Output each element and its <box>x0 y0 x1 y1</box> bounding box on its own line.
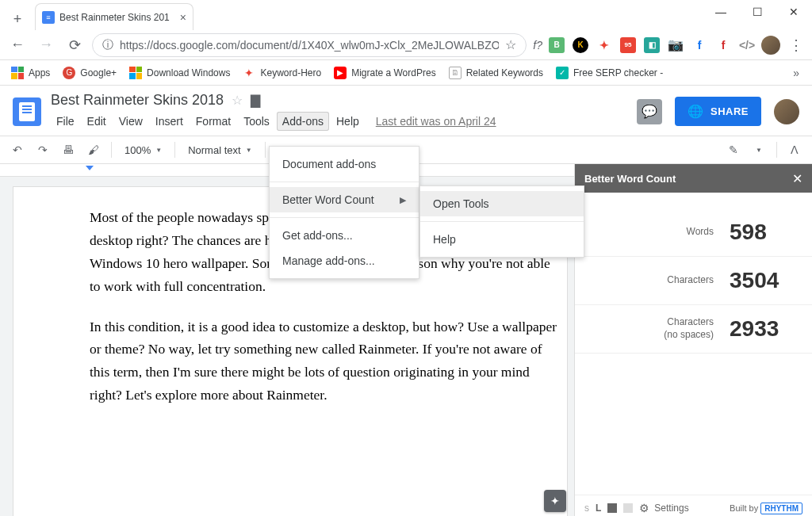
indent-marker-icon[interactable] <box>86 166 94 170</box>
font-query-icon[interactable]: f? <box>533 39 542 52</box>
extension-icon[interactable]: ◧ <box>644 37 660 53</box>
menu-item-label: Better Word Count <box>282 193 374 206</box>
zoom-dropdown[interactable]: 100% ▼ <box>118 144 168 156</box>
profile-avatar[interactable] <box>761 36 780 55</box>
bookmark-item[interactable]: ✦ Keyword-Hero <box>238 63 326 82</box>
address-bar[interactable]: ⓘ https://docs.google.com/document/d/1X4… <box>92 33 527 57</box>
close-window-button[interactable]: ✕ <box>776 0 812 24</box>
apps-bookmark[interactable]: Apps <box>6 63 55 82</box>
paint-format-button[interactable]: 🖌 <box>82 139 105 161</box>
back-button[interactable]: ← <box>6 34 29 56</box>
settings-label: Settings <box>654 503 688 514</box>
rhythm-link[interactable]: RHYTHM <box>760 503 802 514</box>
menu-item-document-addons[interactable]: Document add-ons <box>270 151 419 177</box>
stat-row-characters-no-spaces: Characters(no spaces) 2933 <box>575 305 812 354</box>
reload-button[interactable]: ⟳ <box>63 34 86 56</box>
site-info-icon[interactable]: ⓘ <box>102 38 113 52</box>
extension-icon[interactable]: ✦ <box>596 37 612 53</box>
addon-panel: Better Word Count ✕ Words 598 Characters… <box>574 164 812 516</box>
docs-home-icon[interactable] <box>13 97 41 126</box>
explore-button[interactable]: ✦ <box>544 490 566 512</box>
bookmarks-overflow[interactable]: » <box>787 67 806 79</box>
omnibox-row: ← → ⟳ ⓘ https://docs.google.com/document… <box>0 30 812 60</box>
bookmark-item[interactable]: G Google+ <box>58 63 121 82</box>
menu-item-get-addons[interactable]: Get add-ons... <box>270 223 419 248</box>
menu-item-manage-addons[interactable]: Manage add-ons... <box>270 248 419 273</box>
browser-menu-button[interactable]: ⋮ <box>787 36 806 54</box>
extension-icon[interactable]: B <box>549 37 565 53</box>
bookmark-star-icon[interactable]: ☆ <box>505 37 516 52</box>
extension-icon[interactable]: K <box>573 37 588 53</box>
apps-icon <box>11 67 24 79</box>
menu-format[interactable]: Format <box>190 112 236 131</box>
menu-separator <box>270 217 419 218</box>
menu-file[interactable]: File <box>51 112 80 131</box>
bookmark-item[interactable]: ✓ Free SERP checker - <box>551 63 668 82</box>
keyword-hero-icon: ✦ <box>243 67 255 79</box>
comments-button[interactable]: 💬 <box>637 99 662 124</box>
new-tab-button[interactable]: + <box>6 8 29 30</box>
stat-value: 598 <box>730 220 793 245</box>
undo-button[interactable]: ↶ <box>6 139 29 161</box>
share-button[interactable]: 🌐 SHARE <box>675 97 761 126</box>
menu-item-help[interactable]: Help <box>420 227 584 252</box>
code-icon[interactable]: </> <box>739 37 755 53</box>
tab-close-button[interactable]: × <box>180 11 186 24</box>
tab-strip: + ≡ Best Rainmeter Skins 201 × <box>0 0 812 30</box>
bookmarks-bar: Apps G Google+ Download Windows ✦ Keywor… <box>0 60 812 86</box>
bookmark-label: Keyword-Hero <box>260 67 321 78</box>
menu-tools[interactable]: Tools <box>238 112 275 131</box>
menu-edit[interactable]: Edit <box>82 112 112 131</box>
bookmark-label: Migrate a WordPres <box>351 67 435 78</box>
globe-icon: 🌐 <box>688 104 704 119</box>
stat-row-words: Words 598 <box>575 208 812 257</box>
extension-icon[interactable]: f <box>715 37 731 53</box>
page-icon: 🗎 <box>449 67 462 79</box>
youtube-icon: ▶ <box>334 67 347 79</box>
bookmark-item[interactable]: ▶ Migrate a WordPres <box>329 63 440 82</box>
editing-mode-button[interactable]: ✎ <box>722 139 745 161</box>
menu-view[interactable]: View <box>113 112 148 131</box>
stat-value: 3504 <box>730 268 793 293</box>
redo-button[interactable]: ↷ <box>32 139 54 161</box>
stat-row-characters: Characters 3504 <box>575 257 812 305</box>
menu-addons[interactable]: Add-ons <box>277 112 329 131</box>
browser-tab[interactable]: ≡ Best Rainmeter Skins 201 × <box>35 3 193 30</box>
menu-insert[interactable]: Insert <box>150 112 189 131</box>
menu-separator <box>270 182 419 182</box>
menu-item-open-tools[interactable]: Open Tools <box>420 191 584 216</box>
bookmark-item[interactable]: 🗎 Related Keywords <box>444 63 548 82</box>
menu-item-better-word-count[interactable]: Better Word Count ▶ <box>270 187 419 212</box>
camera-icon[interactable]: 📷 <box>668 37 684 53</box>
last-edit-link[interactable]: Last edit was on April 24 <box>376 115 496 128</box>
chevron-down-icon: ▼ <box>246 147 252 154</box>
bookmark-label: Free SERP checker - <box>573 67 663 78</box>
menu-help[interactable]: Help <box>331 112 365 131</box>
menu-item-label: Get add-ons... <box>282 229 353 242</box>
styles-dropdown[interactable]: Normal text ▼ <box>182 144 258 156</box>
paragraph[interactable]: In this condition, it is a good idea to … <box>90 315 557 407</box>
panel-close-button[interactable]: ✕ <box>792 171 802 186</box>
panel-header: Better Word Count ✕ <box>575 164 812 193</box>
settings-link[interactable]: ⚙ Settings <box>639 502 688 514</box>
color-swatch-icon[interactable] <box>623 503 633 513</box>
maximize-button[interactable]: ☐ <box>739 0 776 24</box>
star-icon[interactable]: ☆ <box>232 93 243 108</box>
document-title[interactable]: Best Rainmeter Skins 2018 <box>51 92 224 109</box>
facebook-icon[interactable]: f <box>691 37 707 53</box>
serp-icon: ✓ <box>556 67 569 79</box>
forward-button[interactable]: → <box>35 34 57 56</box>
submenu-arrow-icon: ▶ <box>400 195 406 205</box>
move-folder-icon[interactable]: ▇ <box>251 93 260 108</box>
better-word-count-submenu: Open Tools Help <box>419 185 584 258</box>
bookmark-item[interactable]: Download Windows <box>124 63 235 82</box>
collapse-toolbar-button[interactable]: ᐱ <box>783 139 806 161</box>
account-avatar[interactable] <box>774 99 799 124</box>
minimize-button[interactable]: — <box>703 0 739 24</box>
editing-mode-chevron-icon[interactable]: ▼ <box>748 139 770 161</box>
docs-header: Best Rainmeter Skins 2018 ☆ ▇ File Edit … <box>0 86 812 131</box>
color-swatch-icon[interactable] <box>607 503 617 513</box>
bookmark-label: Apps <box>29 67 50 78</box>
extension-icon[interactable]: 95 <box>620 37 636 53</box>
print-button[interactable]: 🖶 <box>57 139 79 161</box>
